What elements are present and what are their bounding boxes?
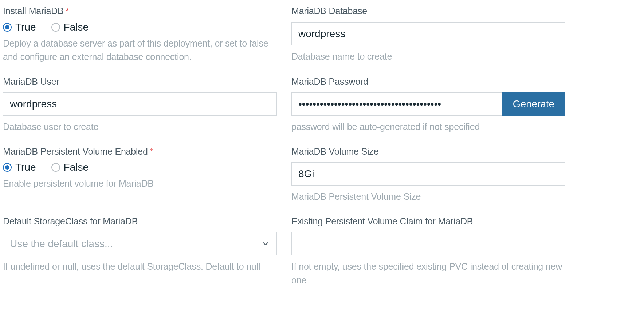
radio-label-true: True [15,162,36,172]
help-install-mariadb: Deploy a database server as part of this… [3,37,277,64]
field-install-mariadb: Install MariaDB* True False Deploy a dat… [3,5,277,64]
label-existing-pvc: Existing Persistent Volume Claim for Mar… [291,215,565,227]
radio-label-true: True [15,22,36,32]
help-mariadb-database: Database name to create [291,50,565,64]
help-mariadb-pv-enabled: Enable persistent volume for MariaDB [3,177,277,191]
field-default-storageclass: Default StorageClass for MariaDB Use the… [3,215,277,287]
input-mariadb-database[interactable] [291,22,565,45]
label-text: MariaDB Persistent Volume Enabled [3,146,148,156]
label-mariadb-pv-enabled: MariaDB Persistent Volume Enabled* [3,146,277,158]
field-mariadb-password: MariaDB Password Generate password will … [291,76,565,134]
radio-group-mariadb-pv-enabled: True False [3,162,277,172]
radio-install-mariadb-true[interactable]: True [3,22,36,32]
select-default-storageclass[interactable]: Use the default class... [3,232,277,255]
radio-pv-enabled-true[interactable]: True [3,162,36,172]
field-mariadb-volume-size: MariaDB Volume Size MariaDB Persistent V… [291,146,565,204]
help-mariadb-password: password will be auto-generated if not s… [291,120,565,134]
help-mariadb-user: Database user to create [3,120,277,134]
field-existing-pvc: Existing Persistent Volume Claim for Mar… [291,215,565,287]
input-existing-pvc[interactable] [291,232,565,255]
radio-label-false: False [64,22,89,32]
field-mariadb-database: MariaDB Database Database name to create [291,5,565,64]
input-mariadb-password[interactable] [291,92,502,116]
radio-icon [51,163,60,172]
radio-group-install-mariadb: True False [3,22,277,32]
required-asterisk: * [66,6,69,15]
input-mariadb-user[interactable] [3,92,277,116]
chevron-down-icon [261,239,270,248]
select-placeholder: Use the default class... [10,238,113,250]
required-asterisk: * [150,147,153,156]
field-mariadb-user: MariaDB User Database user to create [3,76,277,134]
field-mariadb-pv-enabled: MariaDB Persistent Volume Enabled* True … [3,146,277,204]
label-mariadb-password: MariaDB Password [291,76,565,88]
input-mariadb-volume-size[interactable] [291,162,565,186]
radio-label-false: False [64,162,89,172]
generate-button[interactable]: Generate [502,92,565,116]
help-mariadb-volume-size: MariaDB Persistent Volume Size [291,190,565,204]
label-default-storageclass: Default StorageClass for MariaDB [3,215,277,227]
radio-icon [51,23,60,32]
label-install-mariadb: Install MariaDB* [3,5,277,17]
help-existing-pvc: If not empty, uses the specified existin… [291,260,565,287]
radio-install-mariadb-false[interactable]: False [51,22,89,32]
label-text: Install MariaDB [3,6,64,16]
label-mariadb-database: MariaDB Database [291,5,565,17]
label-mariadb-volume-size: MariaDB Volume Size [291,146,565,158]
radio-icon [3,23,12,32]
radio-pv-enabled-false[interactable]: False [51,162,89,172]
help-default-storageclass: If undefined or null, uses the default S… [3,260,277,274]
radio-icon [3,163,12,172]
label-mariadb-user: MariaDB User [3,76,277,88]
